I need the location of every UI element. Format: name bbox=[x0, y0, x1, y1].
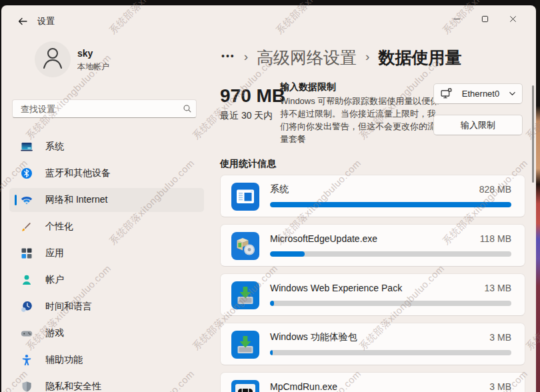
usage-row-body: MicrosoftEdgeUpdate.exe118 MB bbox=[270, 232, 511, 266]
sidebar-item-gaming[interactable]: 游戏 bbox=[9, 321, 204, 345]
apps-icon bbox=[20, 247, 33, 260]
privacy-icon bbox=[20, 380, 33, 392]
usage-progressbar bbox=[270, 202, 511, 207]
sidebar-item-label: 系统 bbox=[45, 141, 64, 153]
usage-list: 系统828 MBMicrosoftEdgeUpdate.exe118 MBWin… bbox=[220, 175, 525, 392]
chevron-right-icon: › bbox=[365, 49, 369, 66]
sidebar-item-label: 时间和语言 bbox=[45, 301, 92, 313]
usage-row: MpCmdRun.exe3 MB bbox=[220, 372, 525, 392]
usage-row: MicrosoftEdgeUpdate.exe118 MB bbox=[220, 224, 525, 267]
data-limit-heading: 输入数据限制 bbox=[280, 81, 336, 93]
maximize-button[interactable] bbox=[471, 9, 499, 29]
usage-row: 系统828 MB bbox=[220, 175, 525, 217]
usage-progress-fill bbox=[270, 202, 511, 207]
maximize-icon bbox=[481, 13, 489, 25]
close-icon bbox=[509, 13, 517, 25]
accessibility-icon bbox=[20, 353, 33, 367]
breadcrumb: ••• › 高级网络设置 › 数据使用量 bbox=[221, 45, 461, 69]
minimize-icon bbox=[453, 13, 461, 25]
sidebar-item-privacy[interactable]: 隐私和安全性 bbox=[9, 375, 204, 392]
accounts-icon bbox=[20, 273, 33, 287]
user-name: sky bbox=[77, 48, 93, 59]
back-button[interactable] bbox=[15, 15, 31, 31]
chevron-right-icon: › bbox=[244, 49, 248, 66]
usage-period: 最近 30 天内 bbox=[220, 110, 273, 122]
app-usage-value: 828 MB bbox=[479, 184, 511, 195]
bluetooth-icon bbox=[20, 167, 33, 180]
app-usage-value: 118 MB bbox=[480, 233, 511, 244]
usage-row: Windows 功能体验包3 MB bbox=[220, 323, 525, 365]
network-icon bbox=[20, 193, 33, 207]
usage-row-body: Windows Web Experience Pack13 MB bbox=[270, 281, 511, 315]
search-box[interactable] bbox=[12, 99, 197, 118]
usage-row-body: MpCmdRun.exe3 MB bbox=[270, 380, 511, 392]
sidebar-nav: 系统蓝牙和其他设备网络和 Internet个性化应用帐户时间和语言游戏辅助功能隐… bbox=[9, 135, 204, 392]
window-title: 设置 bbox=[37, 15, 55, 27]
minimize-button[interactable] bbox=[443, 9, 471, 29]
sidebar-item-apps[interactable]: 应用 bbox=[9, 241, 204, 265]
desktop-frame: 设置 sky 本地帐户 系统蓝牙和其他设备网络和 Internet个性化应用帐户… bbox=[0, 0, 540, 392]
sidebar-item-bluetooth[interactable]: 蓝牙和其他设备 bbox=[9, 161, 204, 185]
app-name: 系统 bbox=[270, 183, 289, 195]
sidebar-item-system[interactable]: 系统 bbox=[9, 135, 204, 159]
defender-app-icon bbox=[231, 380, 259, 392]
download-app-icon bbox=[231, 281, 259, 309]
selected-indicator bbox=[15, 195, 17, 205]
sidebar-item-label: 帐户 bbox=[45, 274, 64, 286]
gaming-icon bbox=[20, 327, 33, 340]
usage-row-body: Windows 功能体验包3 MB bbox=[270, 331, 511, 365]
app-usage-value: 3 MB bbox=[489, 381, 511, 392]
search-icon bbox=[179, 104, 196, 113]
sidebar-item-label: 个性化 bbox=[45, 221, 73, 233]
sidebar-item-network[interactable]: 网络和 Internet bbox=[9, 188, 204, 212]
total-usage-value: 970 MB bbox=[220, 85, 285, 107]
system-icon bbox=[20, 140, 33, 153]
personalization-icon bbox=[20, 220, 33, 233]
chevron-down-icon bbox=[509, 88, 516, 100]
enter-limit-button[interactable]: 输入限制 bbox=[433, 115, 523, 135]
time-language-icon bbox=[20, 300, 33, 313]
close-button[interactable] bbox=[499, 9, 527, 29]
data-limit-description: Windows 可帮助你跟踪数据使用量以便保持不超过限制。当你接近流量上限时，我… bbox=[280, 95, 440, 145]
vertical-scrollbar-thumb[interactable] bbox=[532, 85, 534, 183]
user-icon bbox=[35, 41, 71, 77]
usage-stats-heading: 使用统计信息 bbox=[220, 158, 276, 170]
sidebar-item-label: 蓝牙和其他设备 bbox=[45, 167, 111, 179]
sidebar-item-accounts[interactable]: 帐户 bbox=[9, 268, 204, 292]
user-account-type: 本地帐户 bbox=[77, 61, 109, 73]
download-app-icon bbox=[231, 331, 259, 359]
adapter-dropdown[interactable]: Ethernet0 bbox=[433, 83, 523, 104]
avatar bbox=[35, 41, 71, 77]
search-input[interactable] bbox=[13, 104, 179, 114]
window-controls bbox=[443, 9, 527, 29]
usage-progressbar bbox=[270, 350, 511, 355]
usage-progressbar bbox=[270, 251, 511, 257]
app-usage-value: 3 MB bbox=[489, 332, 511, 343]
app-name: MpCmdRun.exe bbox=[270, 381, 337, 392]
sidebar-item-personalization[interactable]: 个性化 bbox=[9, 215, 204, 239]
app-name: Windows 功能体验包 bbox=[270, 331, 357, 343]
sidebar-item-label: 辅助功能 bbox=[45, 354, 83, 366]
page-title: 数据使用量 bbox=[378, 47, 461, 69]
adapter-selected-value: Ethernet0 bbox=[453, 89, 509, 99]
installer-app-icon bbox=[231, 232, 259, 260]
usage-progress-fill bbox=[270, 350, 273, 355]
sidebar-item-time-language[interactable]: 时间和语言 bbox=[9, 295, 204, 319]
app-name: MicrosoftEdgeUpdate.exe bbox=[270, 233, 377, 244]
sidebar-item-label: 网络和 Internet bbox=[45, 194, 107, 206]
usage-progress-fill bbox=[270, 301, 274, 306]
desktop-wallpaper-strip bbox=[535, 0, 540, 392]
system-app-icon bbox=[231, 183, 259, 211]
settings-window: 设置 sky 本地帐户 系统蓝牙和其他设备网络和 Internet个性化应用帐户… bbox=[1, 5, 536, 392]
sidebar-item-label: 游戏 bbox=[45, 327, 64, 339]
usage-row-body: 系统828 MB bbox=[270, 183, 511, 217]
usage-row: Windows Web Experience Pack13 MB bbox=[220, 273, 525, 316]
usage-progressbar bbox=[270, 301, 511, 306]
back-arrow-icon bbox=[17, 16, 28, 29]
sidebar-item-accessibility[interactable]: 辅助功能 bbox=[9, 348, 204, 372]
breadcrumb-ellipsis-button[interactable]: ••• bbox=[221, 51, 235, 64]
sidebar-item-label: 隐私和安全性 bbox=[45, 381, 101, 392]
breadcrumb-parent[interactable]: 高级网络设置 bbox=[257, 47, 357, 69]
ethernet-icon bbox=[440, 87, 453, 100]
app-usage-value: 13 MB bbox=[485, 283, 511, 293]
